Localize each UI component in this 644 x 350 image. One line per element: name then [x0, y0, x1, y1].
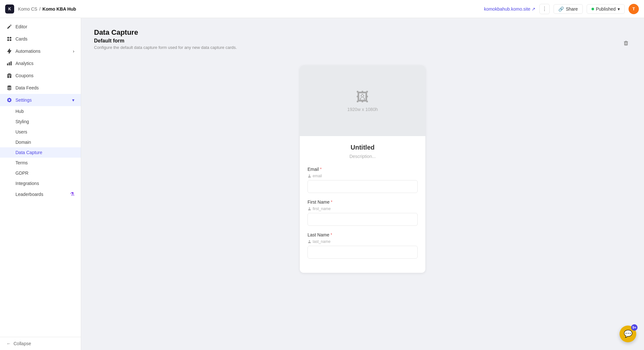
data-feeds-icon [6, 85, 12, 91]
published-button[interactable]: Published ▾ [587, 4, 625, 14]
analytics-icon [6, 60, 12, 66]
section-desc: Configure the default data capture form … [94, 45, 237, 50]
breadcrumb-current: Komo KBA Hub [43, 6, 76, 12]
more-options-button[interactable]: ⋮ [539, 4, 550, 14]
first-name-field-label: First Name * [308, 199, 418, 205]
sidebar-item-editor-label: Editor [15, 24, 27, 29]
coupons-icon [6, 73, 12, 78]
form-preview-card: 🖼 1920w x 1080h Untitled Description... … [300, 65, 425, 273]
sidebar-nav: Editor Cards Automations › Analytics [0, 18, 81, 337]
form-title: Untitled [308, 144, 418, 151]
first-name-field-hint: first_name [308, 207, 418, 211]
topbar: K Komo CS / Komo KBA Hub komokbahub.komo… [0, 0, 644, 18]
editor-icon [6, 24, 12, 30]
person-icon [308, 240, 311, 244]
cards-icon [6, 36, 12, 42]
external-link-icon: ↗ [532, 6, 535, 12]
sidebar-subitem-data-capture[interactable]: Data Capture [0, 147, 81, 158]
breadcrumb: Komo CS / Komo KBA Hub [18, 6, 76, 12]
sidebar-subitem-hub[interactable]: Hub [0, 106, 81, 116]
sidebar-item-settings[interactable]: Settings ▾ [0, 94, 81, 106]
page-title: Data Capture [94, 28, 631, 37]
last-name-required-star: * [331, 233, 332, 237]
sidebar-item-automations-label: Automations [15, 49, 41, 54]
last-name-field-hint: last_name [308, 239, 418, 244]
share-button[interactable]: 🔗 Share [554, 4, 582, 14]
sidebar-subitem-domain[interactable]: Domain [0, 137, 81, 147]
form-image-placeholder[interactable]: 🖼 1920w x 1080h [300, 65, 425, 136]
sidebar-subitem-styling[interactable]: Styling [0, 116, 81, 127]
email-field-group: Email * email [308, 167, 418, 193]
person-icon [308, 207, 311, 211]
first-name-input[interactable] [308, 213, 418, 226]
delete-button[interactable] [621, 38, 631, 48]
last-name-field-group: Last Name * last_name [308, 232, 418, 259]
breadcrumb-separator: / [39, 6, 41, 12]
settings-submenu: Hub Styling Users Domain Data Capture Te… [0, 106, 81, 200]
sidebar-subitem-leaderboards[interactable]: Leaderboards ⚗ [0, 189, 81, 200]
person-icon [308, 174, 311, 178]
collapse-button[interactable]: ← Collapse [6, 341, 74, 346]
section-title: Default form [94, 38, 237, 44]
form-preview-body: Untitled Description... Email * email [300, 136, 425, 273]
first-name-field-group: First Name * first_name [308, 199, 418, 226]
email-input[interactable] [308, 180, 418, 193]
sidebar: Editor Cards Automations › Analytics [0, 18, 81, 350]
email-field-label: Email * [308, 167, 418, 172]
layout: Editor Cards Automations › Analytics [0, 18, 644, 350]
sidebar-subitem-integrations[interactable]: Integrations [0, 178, 81, 189]
email-field-hint: email [308, 174, 418, 178]
sidebar-item-data-feeds-label: Data Feeds [15, 85, 39, 90]
chat-icon: 💬 [624, 330, 632, 338]
sidebar-subitem-terms[interactable]: Terms [0, 158, 81, 168]
content-area: Data Capture Default form Configure the … [81, 18, 644, 283]
site-link[interactable]: komokbahub.komo.site ↗ [484, 6, 535, 12]
settings-icon [6, 97, 12, 103]
collapse-icon: ← [6, 341, 11, 346]
share-icon: 🔗 [558, 6, 564, 12]
sidebar-item-cards[interactable]: Cards [0, 33, 81, 45]
chevron-down-icon: ▾ [72, 97, 74, 103]
image-size-label: 1920w x 1080h [347, 107, 378, 112]
sidebar-subitem-users[interactable]: Users [0, 127, 81, 137]
email-required-star: * [320, 167, 322, 171]
last-name-input[interactable] [308, 246, 418, 259]
sidebar-item-analytics[interactable]: Analytics [0, 57, 81, 69]
app-logo: K [5, 5, 14, 14]
published-status-dot [592, 8, 594, 10]
sidebar-item-cards-label: Cards [15, 36, 27, 41]
sidebar-item-coupons[interactable]: Coupons [0, 69, 81, 82]
last-name-field-label: Last Name * [308, 232, 418, 237]
section-info: Default form Configure the default data … [94, 38, 237, 58]
chat-button[interactable]: 💬 9+ [620, 326, 636, 342]
first-name-required-star: * [331, 200, 332, 204]
sidebar-item-automations[interactable]: Automations › [0, 45, 81, 57]
section-header: Default form Configure the default data … [94, 38, 631, 58]
sidebar-item-settings-label: Settings [15, 97, 32, 103]
sidebar-subitem-gdpr[interactable]: GDPR [0, 168, 81, 178]
chevron-down-icon: ▾ [618, 6, 620, 12]
breadcrumb-parent: Komo CS [18, 6, 37, 12]
sidebar-bottom: ← Collapse [0, 337, 81, 350]
sidebar-item-analytics-label: Analytics [15, 61, 33, 66]
trash-icon [623, 40, 629, 46]
image-add-icon: 🖼 [356, 90, 369, 104]
form-description: Description... [308, 154, 418, 159]
avatar[interactable]: T [629, 4, 639, 14]
sidebar-item-coupons-label: Coupons [15, 73, 33, 78]
main-content: Data Capture Default form Configure the … [81, 18, 644, 350]
automations-icon [6, 48, 12, 54]
chat-count-badge: 9+ [631, 324, 638, 331]
chevron-right-icon: › [73, 49, 74, 54]
sidebar-item-data-feeds[interactable]: Data Feeds [0, 82, 81, 94]
beta-icon: ⚗ [70, 191, 74, 197]
sidebar-item-editor[interactable]: Editor [0, 21, 81, 33]
